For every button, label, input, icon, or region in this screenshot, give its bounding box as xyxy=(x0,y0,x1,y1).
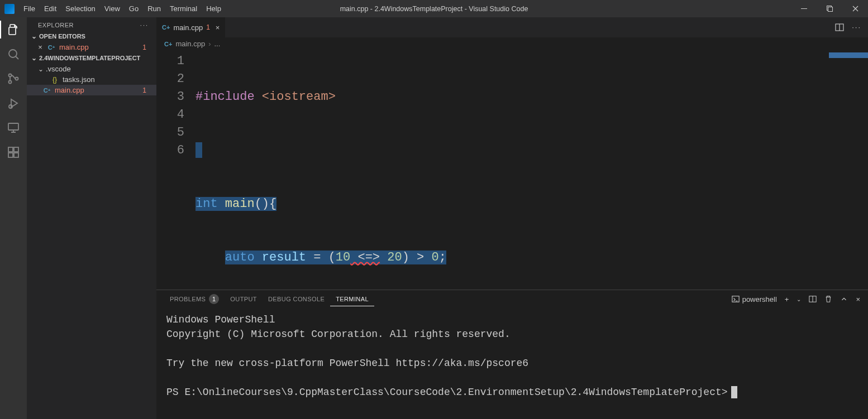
cpp-file-icon: C+ xyxy=(47,44,56,51)
new-terminal-icon[interactable]: + xyxy=(785,295,789,304)
menu-file[interactable]: File xyxy=(19,0,40,17)
menu-view[interactable]: View xyxy=(100,0,125,17)
panel-tab-output[interactable]: OUTPUT xyxy=(225,292,263,306)
trash-icon[interactable] xyxy=(824,295,832,303)
split-editor-icon[interactable] xyxy=(835,23,844,32)
cpp-file-icon: C+ xyxy=(42,87,51,94)
window-controls xyxy=(791,0,868,17)
chevron-down-icon: ⌄ xyxy=(31,32,37,40)
breadcrumb-file: main.cpp xyxy=(175,40,205,48)
maximize-panel-icon[interactable] xyxy=(840,295,848,303)
titlebar: File Edit Selection View Go Run Terminal… xyxy=(0,0,868,17)
code-content[interactable]: #include <iostream> int main(){ auto res… xyxy=(195,50,868,290)
explorer-header: EXPLORER ··· xyxy=(27,17,156,31)
menu-edit[interactable]: Edit xyxy=(40,0,61,17)
minimize-button[interactable] xyxy=(791,0,817,17)
svg-rect-12 xyxy=(14,153,18,157)
extensions-icon[interactable] xyxy=(6,145,21,160)
open-editor-item[interactable]: × C+ main.cpp 1 xyxy=(27,42,156,52)
svg-point-4 xyxy=(9,50,17,57)
problems-badge: 1 xyxy=(209,294,219,304)
maximize-button[interactable] xyxy=(817,0,842,17)
line-gutter: 1 2 3 4 5 6 xyxy=(156,50,195,290)
svg-rect-9 xyxy=(8,123,18,130)
svg-rect-0 xyxy=(801,8,807,9)
error-count: 1 xyxy=(142,86,152,94)
terminal-shell-icon[interactable]: powershell xyxy=(732,295,777,304)
file-item-main[interactable]: C+ main.cpp 1 xyxy=(27,85,156,95)
folder-name: .vscode xyxy=(46,65,71,73)
terminal-cursor xyxy=(731,386,737,398)
editor-tab-main[interactable]: C+ main.cpp 1 × xyxy=(156,17,226,37)
project-header[interactable]: ⌄ 2.4WINDOWSTEMPLATEPROJECT xyxy=(27,52,156,64)
open-editors-label: OPEN EDITORS xyxy=(39,33,85,40)
close-tab-icon[interactable]: × xyxy=(216,23,220,32)
tab-error-count: 1 xyxy=(206,23,210,31)
explorer-more-icon[interactable]: ··· xyxy=(140,22,149,28)
terminal-dropdown-icon[interactable]: ⌄ xyxy=(797,296,801,302)
file-name: tasks.json xyxy=(63,75,95,84)
close-panel-icon[interactable]: × xyxy=(856,295,860,304)
window-title: main.cpp - 2.4WindowsTemplateProject - V… xyxy=(340,5,528,13)
file-name: main.cpp xyxy=(55,86,84,94)
error-count: 1 xyxy=(142,44,152,51)
folder-item[interactable]: ⌄ .vscode xyxy=(27,64,156,74)
search-icon[interactable] xyxy=(6,46,21,62)
menu-selection[interactable]: Selection xyxy=(61,0,99,17)
svg-point-7 xyxy=(16,78,18,80)
bottom-panel: PROBLEMS 1 OUTPUT DEBUG CONSOLE TERMINAL… xyxy=(156,290,868,419)
menu-go[interactable]: Go xyxy=(125,0,143,17)
project-label: 2.4WINDOWSTEMPLATEPROJECT xyxy=(39,55,140,61)
panel-tabs: PROBLEMS 1 OUTPUT DEBUG CONSOLE TERMINAL… xyxy=(156,290,868,308)
chevron-down-icon: ⌄ xyxy=(31,54,37,62)
remote-icon[interactable] xyxy=(6,120,21,136)
close-editor-icon[interactable]: × xyxy=(36,43,45,51)
panel-tab-debug[interactable]: DEBUG CONSOLE xyxy=(263,292,330,306)
more-actions-icon[interactable]: ··· xyxy=(852,23,861,32)
panel-tab-problems[interactable]: PROBLEMS 1 xyxy=(164,291,225,307)
svg-rect-11 xyxy=(8,153,13,157)
svg-rect-3 xyxy=(9,27,16,35)
breadcrumb-sep: › xyxy=(208,40,211,48)
menu-help[interactable]: Help xyxy=(202,0,226,17)
file-item-tasks[interactable]: {} tasks.json xyxy=(27,74,156,85)
explorer-icon[interactable] xyxy=(6,22,21,37)
menu-terminal[interactable]: Terminal xyxy=(165,0,202,17)
svg-rect-2 xyxy=(828,7,832,12)
cpp-file-icon: C+ xyxy=(162,24,170,31)
close-button[interactable] xyxy=(842,0,868,17)
tab-label: main.cpp xyxy=(173,23,203,32)
terminal-body[interactable]: Windows PowerShell Copyright (C) Microso… xyxy=(156,308,868,419)
file-name: main.cpp xyxy=(59,43,89,51)
svg-point-5 xyxy=(9,74,12,77)
svg-point-6 xyxy=(9,81,12,84)
panel-actions: powershell + ⌄ × xyxy=(732,295,860,304)
open-editors-header[interactable]: ⌄ OPEN EDITORS xyxy=(27,31,156,42)
explorer-sidebar: EXPLORER ··· ⌄ OPEN EDITORS × C+ main.cp… xyxy=(27,17,156,419)
run-debug-icon[interactable] xyxy=(6,95,21,111)
activity-bar xyxy=(0,17,27,419)
chevron-down-icon: ⌄ xyxy=(38,65,44,73)
editor-area: C+ main.cpp 1 × ··· C+ main.cpp › ... 1 … xyxy=(156,17,868,419)
code-editor[interactable]: 1 2 3 4 5 6 #include <iostream> int main… xyxy=(156,50,868,290)
editor-tabs: C+ main.cpp 1 × ··· xyxy=(156,17,868,37)
svg-rect-10 xyxy=(8,147,13,152)
cpp-file-icon: C+ xyxy=(164,41,172,47)
menu-run[interactable]: Run xyxy=(143,0,165,17)
source-control-icon[interactable] xyxy=(6,71,21,86)
minimap[interactable] xyxy=(823,50,868,290)
breadcrumb[interactable]: C+ main.cpp › ... xyxy=(156,37,868,50)
main-menu: File Edit Selection View Go Run Terminal… xyxy=(19,0,226,17)
svg-point-8 xyxy=(9,105,12,108)
breadcrumb-trail: ... xyxy=(214,40,220,48)
svg-rect-13 xyxy=(14,147,18,152)
panel-tab-terminal[interactable]: TERMINAL xyxy=(330,292,374,306)
explorer-title: EXPLORER xyxy=(38,22,74,28)
json-file-icon: {} xyxy=(50,76,59,84)
vscode-logo-icon xyxy=(4,4,15,14)
split-terminal-icon[interactable] xyxy=(809,295,817,303)
editor-actions: ··· xyxy=(835,23,868,32)
